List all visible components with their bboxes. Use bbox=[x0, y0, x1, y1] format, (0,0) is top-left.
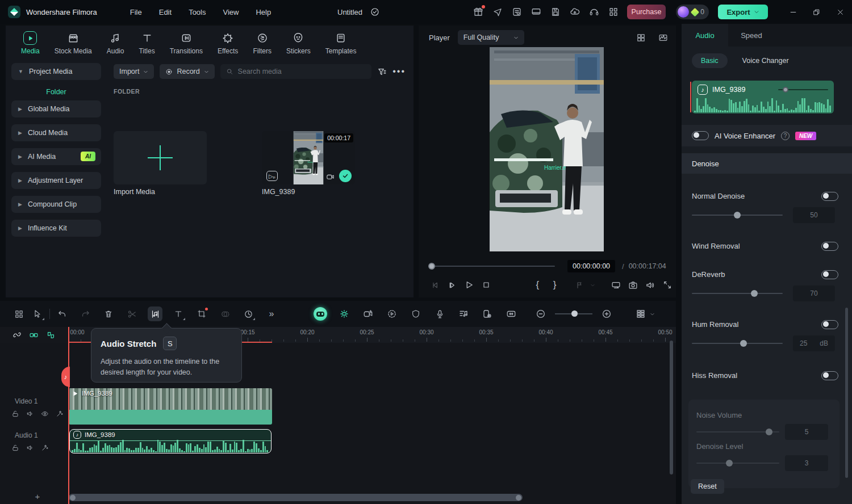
denoise-level-slider[interactable] bbox=[696, 463, 779, 464]
normal-denoise-value[interactable]: 50 bbox=[793, 207, 835, 223]
sidebar-item-project-media[interactable]: ▼Project Media bbox=[11, 63, 101, 80]
search-input[interactable] bbox=[238, 68, 366, 75]
search-box[interactable] bbox=[220, 64, 371, 79]
tab-templates[interactable]: Templates bbox=[318, 31, 364, 55]
close-button[interactable] bbox=[829, 0, 851, 24]
mute-track-icon[interactable] bbox=[26, 410, 34, 418]
purchase-button[interactable]: Purchase bbox=[627, 5, 666, 19]
menu-tools[interactable]: Tools bbox=[189, 8, 206, 16]
ai-voice-enhancer-toggle[interactable] bbox=[692, 131, 709, 140]
hide-track-icon[interactable] bbox=[41, 410, 49, 418]
screen-record-icon[interactable] bbox=[385, 306, 399, 321]
account-pill[interactable]: 0 bbox=[676, 5, 709, 19]
track-magic-icon[interactable] bbox=[41, 444, 49, 452]
hum-removal-slider[interactable] bbox=[692, 343, 783, 344]
audio-clip-card[interactable]: ♪ IMG_9389 bbox=[692, 81, 834, 114]
tab-transitions[interactable]: Transitions bbox=[162, 31, 210, 55]
save-icon[interactable] bbox=[550, 6, 561, 18]
multiview-icon[interactable] bbox=[636, 33, 646, 43]
timeline-vertical-scrollbar[interactable] bbox=[670, 341, 673, 474]
share-icon[interactable] bbox=[492, 6, 503, 18]
slider-handle[interactable] bbox=[766, 429, 772, 435]
volume-button[interactable] bbox=[642, 280, 659, 290]
player-scrubber[interactable] bbox=[429, 266, 555, 267]
media-browser-icon[interactable] bbox=[11, 306, 26, 321]
tab-filters[interactable]: Filters bbox=[245, 31, 279, 55]
add-track-button[interactable]: + bbox=[33, 492, 42, 501]
tab-stickers[interactable]: Stickers bbox=[279, 31, 318, 55]
zoom-handle[interactable] bbox=[571, 310, 578, 317]
device-icon[interactable] bbox=[531, 6, 542, 18]
sidebar-item-influence-kit[interactable]: ▶Influence Kit bbox=[11, 220, 101, 237]
audio-stretch-marker[interactable]: ♪ bbox=[61, 367, 70, 387]
sidebar-item-cloud-media[interactable]: ▶Cloud Media bbox=[11, 124, 101, 141]
mark-in-button[interactable]: { bbox=[529, 279, 546, 291]
noise-volume-value[interactable]: 5 bbox=[785, 424, 828, 440]
track-magic-icon[interactable] bbox=[56, 410, 64, 418]
more-tools-icon[interactable]: » bbox=[264, 306, 279, 321]
import-button[interactable]: Import bbox=[114, 64, 154, 79]
tab-audio[interactable]: Audio bbox=[99, 31, 132, 55]
sidebar-item-folder[interactable]: Folder bbox=[6, 88, 107, 96]
export-button[interactable]: Export bbox=[718, 5, 768, 19]
mask-tool-icon[interactable] bbox=[218, 306, 232, 321]
restore-button[interactable] bbox=[805, 0, 828, 24]
denoise-level-value[interactable]: 3 bbox=[785, 455, 828, 471]
select-tool-icon[interactable] bbox=[30, 306, 45, 321]
hum-removal-value[interactable]: 25dB bbox=[793, 335, 835, 351]
previous-frame-button[interactable] bbox=[427, 280, 444, 290]
video-clip[interactable]: IMG_9389 bbox=[69, 388, 272, 425]
clip-volume-handle[interactable] bbox=[783, 87, 788, 93]
hum-removal-toggle[interactable] bbox=[821, 320, 838, 329]
noise-volume-slider[interactable] bbox=[696, 431, 779, 432]
reset-button[interactable]: Reset bbox=[691, 479, 724, 494]
audio-clip-selected[interactable]: ♪IMG_9389 bbox=[69, 429, 272, 453]
play-button[interactable] bbox=[461, 280, 478, 290]
snapshot-button[interactable] bbox=[625, 280, 642, 290]
delete-icon[interactable] bbox=[101, 306, 116, 321]
wind-removal-toggle[interactable] bbox=[821, 242, 838, 251]
snap-icon[interactable] bbox=[46, 330, 56, 340]
render-queue-icon[interactable] bbox=[511, 6, 523, 18]
copilot-icon[interactable] bbox=[313, 306, 328, 321]
cloud-upload-icon[interactable] bbox=[569, 6, 580, 18]
tab-speed-props[interactable]: Speed bbox=[728, 24, 775, 47]
record-camera-icon[interactable] bbox=[361, 306, 375, 321]
scopes-icon[interactable] bbox=[658, 33, 668, 43]
slider-handle[interactable] bbox=[734, 212, 741, 219]
timeline-horizontal-scrollbar[interactable] bbox=[69, 494, 523, 501]
tab-stock-media[interactable]: Stock Media bbox=[47, 31, 99, 55]
subtab-voice-changer[interactable]: Voice Changer bbox=[742, 57, 789, 65]
timeline-zoom-slider[interactable] bbox=[555, 313, 592, 314]
clip-volume-slider[interactable] bbox=[778, 89, 828, 90]
slider-handle[interactable] bbox=[726, 460, 733, 467]
support-headset-icon[interactable] bbox=[588, 6, 600, 18]
mute-track-icon[interactable] bbox=[26, 444, 34, 452]
minimize-button[interactable] bbox=[782, 0, 804, 24]
unlink-icon[interactable] bbox=[12, 330, 22, 339]
text-tool-icon[interactable] bbox=[171, 306, 186, 321]
mark-out-button[interactable]: } bbox=[546, 279, 563, 291]
track-height-caret-icon[interactable] bbox=[648, 306, 656, 321]
marker-dropdown-icon[interactable] bbox=[588, 283, 598, 288]
split-scissors-icon[interactable] bbox=[124, 306, 139, 321]
sidebar-item-adjustment-layer[interactable]: ▶Adjustment Layer bbox=[11, 172, 101, 189]
menu-file[interactable]: File bbox=[130, 8, 142, 16]
sidebar-item-ai-media[interactable]: ▶AI MediaAI bbox=[11, 148, 101, 165]
help-icon[interactable]: ? bbox=[781, 132, 790, 140]
dereverb-toggle[interactable] bbox=[821, 270, 838, 279]
video-preview[interactable] bbox=[490, 47, 604, 251]
slider-handle[interactable] bbox=[751, 290, 758, 297]
denoise-section-header[interactable]: Denoise bbox=[682, 153, 852, 174]
audio-mixer-icon[interactable] bbox=[456, 306, 471, 321]
import-media-tile[interactable] bbox=[114, 131, 207, 184]
redo-icon[interactable] bbox=[78, 306, 93, 321]
audio-stretch-tool-icon[interactable] bbox=[148, 306, 162, 321]
mirror-display-button[interactable] bbox=[608, 280, 625, 290]
dereverb-slider[interactable] bbox=[692, 293, 783, 294]
link-clips-icon[interactable] bbox=[29, 330, 39, 340]
tab-effects[interactable]: Effects bbox=[210, 31, 245, 55]
properties-scrollbar[interactable] bbox=[845, 308, 848, 478]
more-options-icon[interactable]: ••• bbox=[392, 66, 406, 77]
record-button[interactable]: Record bbox=[160, 64, 214, 79]
